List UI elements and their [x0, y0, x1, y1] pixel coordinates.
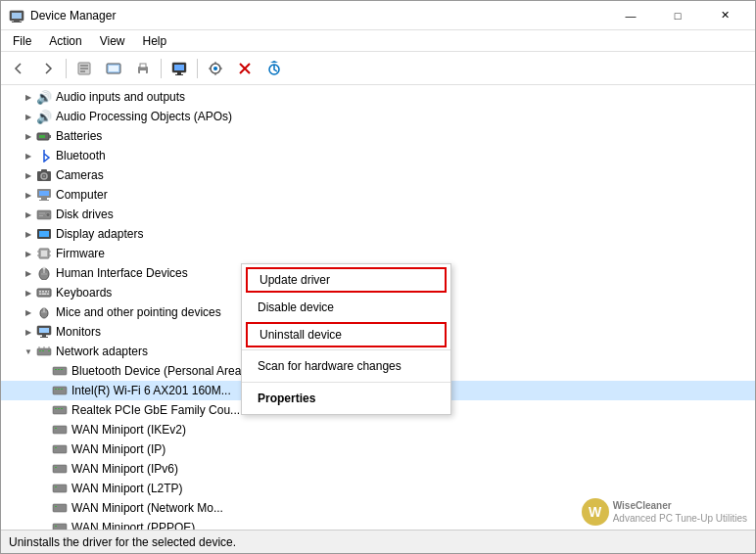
svg-rect-51	[48, 291, 49, 293]
computer-icon	[36, 187, 52, 203]
expand-icon: ▶	[21, 109, 36, 124]
ctx-disable-label: Disable device	[258, 300, 334, 314]
tree-item-audio-io[interactable]: ▶ 🔊 Audio inputs and outputs	[1, 87, 755, 107]
toolbar-scan[interactable]	[202, 56, 229, 81]
expand-icon: ▶	[21, 148, 36, 163]
toolbar-monitor[interactable]	[165, 56, 193, 81]
adapter-icon	[52, 500, 68, 516]
svg-rect-2	[14, 20, 20, 22]
maximize-button[interactable]: □	[655, 1, 700, 30]
svg-rect-93	[55, 526, 57, 527]
item-label: Human Interface Devices	[56, 266, 188, 280]
svg-rect-33	[39, 213, 45, 214]
adapter-icon	[52, 402, 68, 418]
ctx-update-driver[interactable]: Update driver	[246, 267, 447, 293]
firmware-icon	[36, 246, 52, 261]
svg-rect-73	[61, 369, 63, 370]
status-bar: Uninstalls the driver for the selected d…	[1, 530, 755, 553]
svg-rect-78	[53, 406, 67, 414]
menu-file[interactable]: File	[5, 32, 39, 50]
item-label: WAN Miniport (PPPOE)	[71, 521, 195, 530]
adapter-icon	[52, 422, 68, 438]
item-label: Realtek PCIe GbE Family Cou...	[71, 403, 240, 417]
toolbar-remove[interactable]	[231, 56, 259, 81]
expand-icon	[36, 422, 52, 438]
status-text: Uninstalls the driver for the selected d…	[9, 535, 236, 549]
ctx-uninstall-device[interactable]: Uninstall device	[246, 322, 447, 347]
expand-icon	[36, 461, 52, 477]
svg-point-32	[46, 213, 50, 217]
svg-rect-21	[49, 135, 51, 138]
item-label: Disk drives	[56, 208, 114, 221]
item-label: WAN Miniport (L2TP)	[71, 482, 183, 495]
device-manager-window: Device Manager — □ ✕ File Action View He…	[0, 0, 756, 554]
disk-icon	[36, 207, 52, 222]
ctx-disable-device[interactable]: Disable device	[242, 294, 450, 321]
toolbar-sep2	[161, 59, 162, 78]
menu-action[interactable]: Action	[41, 32, 89, 50]
tree-item-batteries[interactable]: ▶ Batteries	[1, 126, 755, 146]
menu-bar: File Action View Help	[1, 30, 755, 52]
minimize-button[interactable]: —	[608, 1, 653, 30]
svg-rect-26	[41, 169, 47, 172]
ctx-scan-changes[interactable]: Scan for hardware changes	[242, 352, 450, 380]
ctx-update-driver-label: Update driver	[260, 273, 330, 287]
toolbar-forward[interactable]	[34, 56, 62, 81]
context-menu: Update driver Disable device Uninstall d…	[241, 263, 451, 415]
svg-point-25	[43, 175, 46, 178]
svg-rect-50	[45, 291, 47, 293]
item-label: Bluetooth	[56, 149, 106, 162]
svg-rect-80	[58, 408, 60, 409]
tree-item-audio-proc[interactable]: ▶ 🔊 Audio Processing Objects (APOs)	[1, 107, 755, 126]
svg-rect-76	[58, 389, 60, 390]
tree-item-computer[interactable]: ▶ Computer	[1, 185, 755, 205]
svg-rect-70	[53, 367, 67, 375]
toolbar-update[interactable]	[260, 56, 288, 81]
watermark-text: WiseCleaner Advanced PC Tune-Up Utilitie…	[613, 499, 747, 525]
svg-rect-9	[109, 66, 118, 71]
ctx-sep2	[242, 382, 450, 383]
svg-rect-3	[12, 22, 22, 23]
tree-item-wan-l2tp[interactable]: WAN Miniport (L2TP)	[1, 479, 755, 498]
tree-item-firmware[interactable]: ▶ Firmware	[1, 244, 755, 263]
ctx-properties-label: Properties	[258, 392, 315, 405]
svg-point-45	[43, 267, 46, 270]
item-label: Firmware	[56, 247, 105, 260]
svg-rect-82	[53, 426, 67, 434]
svg-rect-15	[177, 72, 181, 74]
tree-item-wan-ikev2[interactable]: WAN Miniport (IKEv2)	[1, 420, 755, 439]
svg-rect-36	[39, 231, 49, 237]
expand-icon: ▶	[21, 304, 36, 320]
toolbar-properties[interactable]	[71, 56, 98, 81]
svg-rect-29	[41, 198, 47, 200]
toolbar-print[interactable]	[129, 56, 157, 81]
item-label: Audio inputs and outputs	[56, 90, 185, 104]
item-label: Computer	[56, 188, 108, 202]
ctx-properties[interactable]: Properties	[242, 385, 450, 412]
tree-item-cameras[interactable]: ▶ Cameras	[1, 165, 755, 185]
close-button[interactable]: ✕	[702, 1, 747, 30]
expand-icon	[36, 383, 52, 398]
tree-item-disk[interactable]: ▶ Disk drives	[1, 205, 755, 224]
expand-icon: ▶	[21, 167, 36, 183]
watermark-logo: W	[582, 498, 609, 526]
svg-rect-60	[42, 335, 46, 337]
svg-rect-52	[39, 294, 41, 296]
hid-icon	[36, 265, 52, 281]
toolbar	[1, 52, 755, 85]
expand-icon: ▶	[21, 89, 36, 105]
svg-rect-14	[174, 65, 184, 70]
toolbar-driver[interactable]	[100, 56, 127, 81]
expand-icon	[36, 500, 52, 516]
menu-help[interactable]: Help	[135, 32, 175, 50]
tree-item-display[interactable]: ▶ Display adapters	[1, 224, 755, 244]
ctx-sep1	[242, 349, 450, 350]
tree-item-bluetooth[interactable]: ▶ Bluetooth	[1, 146, 755, 165]
menu-view[interactable]: View	[92, 32, 133, 50]
title-bar: Device Manager — □ ✕	[1, 1, 755, 30]
tree-item-wan-ip[interactable]: WAN Miniport (IP)	[1, 439, 755, 459]
svg-rect-28	[39, 191, 49, 196]
toolbar-back[interactable]	[5, 56, 32, 81]
expand-icon	[36, 520, 52, 530]
tree-item-wan-ipv6[interactable]: WAN Miniport (IPv6)	[1, 459, 755, 479]
